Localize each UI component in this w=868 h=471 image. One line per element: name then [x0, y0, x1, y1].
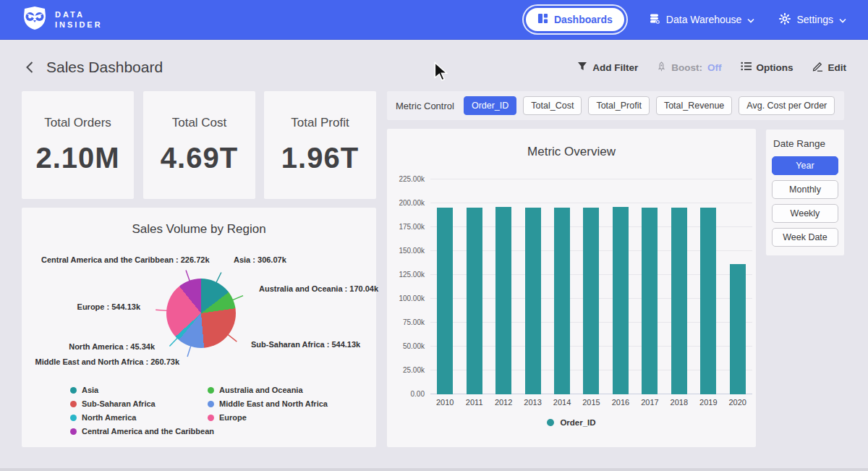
- page-header: Sales Dashboard Add Filter Boost: Off: [0, 51, 868, 84]
- kpi-value: 1.96T: [281, 142, 359, 174]
- legend-label: Europe: [219, 413, 247, 422]
- nav-item-data-warehouse[interactable]: Data Warehouse: [649, 13, 755, 27]
- legend-dot: [208, 401, 214, 407]
- x-tick-label: 2019: [696, 398, 720, 407]
- edit-button[interactable]: Edit: [812, 61, 847, 74]
- legend-dot: [208, 387, 214, 394]
- kpi-value: 2.10M: [35, 142, 119, 174]
- nav-item-settings[interactable]: Settings: [779, 13, 846, 27]
- bar-series: [430, 179, 752, 394]
- metric-overview-chart-card: Metric Overview 0.0025.00k50.00k75.00k10…: [387, 129, 756, 447]
- bar-2011[interactable]: [467, 208, 482, 394]
- legend-dot: [547, 419, 554, 426]
- bar-2020[interactable]: [730, 264, 746, 394]
- x-tick-label: 2016: [608, 398, 633, 407]
- metric-button-total-profit[interactable]: Total_Profit: [588, 96, 650, 115]
- legend-dot: [70, 415, 77, 421]
- bar-chart-x-axis: 2010201120122013201420152016201720182019…: [430, 398, 752, 407]
- date-range-year[interactable]: Year: [772, 156, 838, 175]
- legend-label: North America: [82, 413, 136, 422]
- legend-dot: [208, 415, 214, 421]
- pie-legend-item[interactable]: Middle East and North Africa: [208, 399, 328, 408]
- metric-control-buttons: Order_IDTotal_CostTotal_ProfitTotal_Reve…: [464, 96, 835, 115]
- x-tick-label: 2014: [550, 398, 574, 407]
- app-root: DATA INSIDER Dashboards: [0, 0, 868, 471]
- y-tick-label: 50.00k: [388, 342, 425, 350]
- date-range-label: Date Range: [773, 138, 838, 149]
- bar-chart-plot-area: 0.0025.00k50.00k75.00k100.00k125.00k150.…: [430, 179, 752, 394]
- pie-legend-item[interactable]: Central America and the Caribbean: [70, 427, 214, 436]
- kpi-value: 4.69T: [161, 142, 238, 174]
- metric-button-avg-cost-per-order[interactable]: Avg. Cost per Order: [739, 96, 835, 115]
- pie-legend-column-1: AsiaSub-Saharan AfricaNorth AmericaCentr…: [70, 386, 214, 436]
- date-range-week-date[interactable]: Week Date: [772, 228, 838, 247]
- app-logo[interactable]: DATA INSIDER: [22, 6, 103, 33]
- pie-chart[interactable]: [166, 279, 236, 348]
- x-tick-label: 2020: [726, 398, 750, 407]
- metric-button-total-cost[interactable]: Total_Cost: [523, 96, 582, 115]
- legend-label: Asia: [82, 386, 98, 394]
- navbar-right: Dashboards Data Warehouse: [526, 8, 846, 31]
- chevron-down-icon: [747, 14, 754, 25]
- bar-2018[interactable]: [671, 208, 687, 394]
- add-filter-button[interactable]: Add Filter: [577, 61, 638, 73]
- chevron-down-icon: [839, 14, 846, 25]
- bar-2015[interactable]: [583, 208, 599, 394]
- y-tick-label: 75.00k: [388, 318, 425, 326]
- legend-dot: [70, 401, 77, 407]
- kpi-card-total-orders: Total Orders 2.10M: [22, 91, 134, 199]
- kpi-label: Total Cost: [172, 116, 227, 130]
- dashboards-button[interactable]: Dashboards: [526, 8, 624, 31]
- rocket-icon: [657, 61, 666, 74]
- y-tick-label: 150.00k: [388, 247, 425, 255]
- x-tick-label: 2013: [521, 398, 545, 407]
- legend-dot: [70, 387, 77, 394]
- legend-label: Order_ID: [560, 418, 595, 427]
- bar-2012[interactable]: [495, 207, 511, 394]
- top-navbar: DATA INSIDER Dashboards: [0, 0, 868, 40]
- pie-label-3: Middle East and North Africa : 260.73k: [35, 357, 179, 366]
- x-tick-label: 2018: [667, 398, 692, 407]
- bar-2017[interactable]: [642, 208, 658, 394]
- owl-logo-icon: [22, 6, 48, 33]
- pie-legend-column-2: Australia and OceaniaMiddle East and Nor…: [208, 386, 328, 422]
- x-tick-label: 2012: [491, 398, 516, 407]
- pie-label-4: North America : 45.34k: [69, 342, 155, 351]
- database-icon: [649, 13, 660, 27]
- bar-2016[interactable]: [613, 207, 629, 394]
- pie-legend-item[interactable]: Sub-Saharan Africa: [70, 399, 214, 408]
- metric-button-total-revenue[interactable]: Total_Revenue: [656, 96, 732, 115]
- pie-legend-item[interactable]: North America: [70, 413, 214, 422]
- back-button[interactable]: [22, 59, 38, 75]
- legend-label: Central America and the Caribbean: [82, 427, 214, 436]
- boost-toggle[interactable]: Boost: Off: [657, 61, 721, 74]
- metric-control-bar: Metric Control Order_IDTotal_CostTotal_P…: [387, 91, 844, 120]
- options-button[interactable]: Options: [741, 61, 793, 73]
- x-tick-label: 2015: [579, 398, 603, 407]
- pie-legend-item[interactable]: Asia: [70, 386, 214, 394]
- y-tick-label: 225.00k: [388, 175, 425, 183]
- metric-button-order-id[interactable]: Order_ID: [464, 96, 516, 115]
- header-actions: Add Filter Boost: Off: [577, 61, 846, 74]
- pie-legend-item[interactable]: Europe: [208, 413, 328, 422]
- bar-2019[interactable]: [700, 208, 716, 394]
- pie-chart-title: Sales Volume by Region: [22, 208, 376, 237]
- dashboards-grid-icon: [537, 13, 548, 26]
- x-tick-label: 2010: [433, 398, 457, 407]
- y-tick-label: 25.00k: [388, 366, 425, 374]
- date-range-monthly[interactable]: Monthly: [772, 180, 838, 199]
- bar-2010[interactable]: [437, 208, 453, 394]
- pie-legend-item[interactable]: Australia and Oceania: [208, 386, 328, 394]
- bar-2014[interactable]: [554, 208, 570, 394]
- kpi-card-total-cost: Total Cost 4.69T: [143, 91, 255, 199]
- funnel-icon: [577, 61, 587, 73]
- pencil-icon: [812, 61, 823, 74]
- bar-chart-legend[interactable]: Order_ID: [387, 418, 756, 427]
- x-tick-label: 2011: [462, 398, 487, 407]
- date-range-weekly[interactable]: Weekly: [772, 204, 838, 223]
- bar-2013[interactable]: [525, 208, 541, 394]
- y-tick-label: 125.00k: [388, 271, 425, 279]
- logo-text: DATA INSIDER: [55, 9, 103, 30]
- pie-label-0: Asia : 306.07k: [234, 255, 286, 264]
- kpi-label: Total Orders: [44, 116, 111, 130]
